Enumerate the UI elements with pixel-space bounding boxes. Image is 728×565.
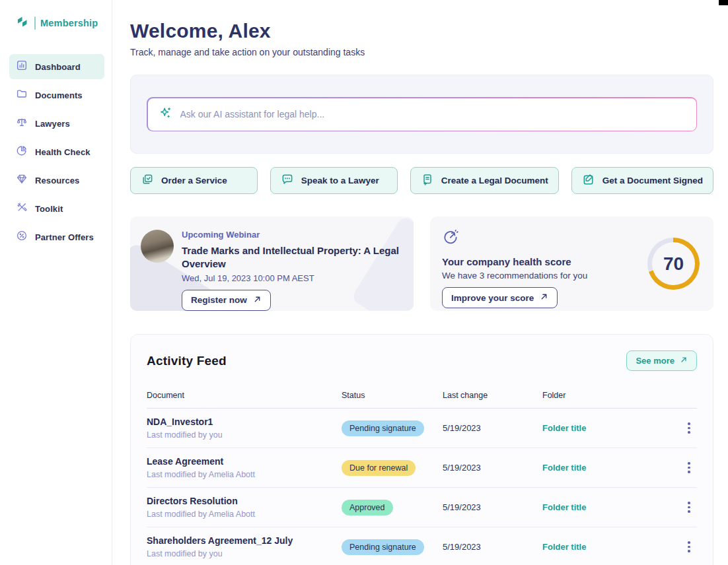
ai-input-gradient-border [147,97,697,131]
ai-assistant-card [130,75,713,154]
pie-chart-icon [16,145,28,159]
screen-artifact [719,0,728,5]
arrow-up-right-icon [540,292,548,303]
main-content: Welcome, Alex Track, manage and take act… [112,0,728,565]
arrow-up-right-icon [680,356,688,366]
tools-icon [16,201,28,216]
last-change-date: 5/19/2023 [443,502,542,512]
health-score-card: Your company health score We have 3 reco… [430,216,713,311]
create-legal-document-button[interactable]: Create a Legal Document [410,167,559,194]
status-badge: Due for renewal [342,460,416,476]
scales-icon [16,116,28,131]
sidebar-item-partner-offers[interactable]: Partner Offers [9,224,104,249]
folder-link[interactable]: Folder title [542,542,681,552]
webinar-datetime: Wed, Jul 19, 2023 10:00 PM AEST [182,273,400,283]
sparkle-icon [159,106,173,123]
sidebar-item-health-check[interactable]: Health Check [9,139,104,164]
sidebar-item-documents[interactable]: Documents [9,83,104,108]
ai-assistant-input[interactable] [180,109,686,119]
info-cards-row: Upcoming Webinar Trade Marks and Intelle… [130,216,713,311]
table-row: Directors Resolution Last modified by Am… [147,488,697,527]
status-badge: Pending signature [342,420,424,436]
sidebar-item-lawyers[interactable]: Lawyers [9,111,104,136]
order-a-service-button[interactable]: Order a Service [130,167,258,194]
app-window: Membership Dashboard Documents [0,0,728,565]
folder-link[interactable]: Folder title [542,423,681,433]
folder-icon [16,88,28,102]
document-modified-by: Last modified by Amelia Abott [147,510,342,519]
upcoming-webinar-card: Upcoming Webinar Trade Marks and Intelle… [130,216,414,311]
table-header-row: Document Status Last change Folder [147,387,697,409]
gem-icon [16,173,28,187]
activity-table: Document Status Last change Folder NDA_I… [147,387,697,565]
row-actions-kebab-icon[interactable] [681,420,697,436]
gauge-arrow-icon [442,236,459,247]
sidebar-item-toolkit[interactable]: Toolkit [9,196,104,221]
row-actions-kebab-icon[interactable] [681,499,697,515]
row-actions-kebab-icon[interactable] [681,459,697,476]
table-row: Lease Agreement Last modified by Amelia … [147,448,697,488]
webinar-presenter-avatar [141,230,174,263]
logo-divider [34,17,36,30]
pen-square-icon [582,173,595,188]
sidebar: Membership Dashboard Documents [0,0,112,565]
membership-logo-icon [15,15,30,32]
improve-your-score-button[interactable]: Improve your score [442,287,558,308]
document-modified-by: Last modified by you [147,549,342,558]
document-modified-by: Last modified by Amelia Abott [147,470,342,479]
webinar-title: Trade Marks and Intellectual Property: A… [182,244,400,271]
column-header-status: Status [342,391,443,400]
document-name: Directors Resolution [147,496,342,506]
order-service-icon [141,173,154,188]
ai-input-container [148,98,696,131]
page-subtitle: Track, manage and take action on your ou… [130,47,713,57]
brand-name: Membership [40,18,98,28]
column-header-last-change: Last change [443,391,542,400]
bar-chart-icon [16,59,28,74]
table-row: NDA_Investor1 Last modified by you Pendi… [147,409,697,448]
arrow-up-right-icon [253,295,262,306]
get-document-signed-button[interactable]: Get a Document Signed [571,167,713,194]
column-header-folder: Folder [542,391,681,400]
sidebar-nav: Dashboard Documents Lawyers [9,54,104,249]
health-score-value: 70 [663,253,684,275]
status-badge: Pending signature [342,539,424,555]
speak-to-a-lawyer-button[interactable]: Speak to a Lawyer [270,167,398,194]
sidebar-item-dashboard[interactable]: Dashboard [9,54,104,79]
brand-logo: Membership [15,15,104,32]
chat-bubble-icon [281,173,294,188]
document-name: Lease Agreement [147,456,342,467]
document-name: NDA_Investor1 [147,416,342,427]
register-now-button[interactable]: Register now [182,290,271,311]
folder-link[interactable]: Folder title [542,463,681,473]
document-plus-icon [421,173,434,188]
page-title: Welcome, Alex [130,20,713,42]
document-modified-by: Last modified by you [147,430,342,440]
percent-circle-icon [16,230,28,244]
status-badge: Approved [342,500,393,515]
table-row: Shareholders Agreement_12 July Last modi… [147,527,697,565]
activity-feed-card: Activity Feed See more Document Status L… [130,334,713,565]
see-more-button[interactable]: See more [626,350,697,371]
health-score-gauge: 70 [647,238,700,290]
last-change-date: 5/19/2023 [443,542,542,552]
last-change-date: 5/19/2023 [443,423,542,433]
quick-actions: Order a Service Speak to a Lawyer [130,167,713,194]
last-change-date: 5/19/2023 [443,463,542,473]
sidebar-item-resources[interactable]: Resources [9,168,104,193]
document-name: Shareholders Agreement_12 July [147,535,342,546]
activity-feed-title: Activity Feed [147,354,227,368]
row-actions-kebab-icon[interactable] [681,539,697,555]
webinar-eyebrow: Upcoming Webinar [182,230,400,240]
folder-link[interactable]: Folder title [542,502,681,512]
column-header-document: Document [147,391,342,400]
